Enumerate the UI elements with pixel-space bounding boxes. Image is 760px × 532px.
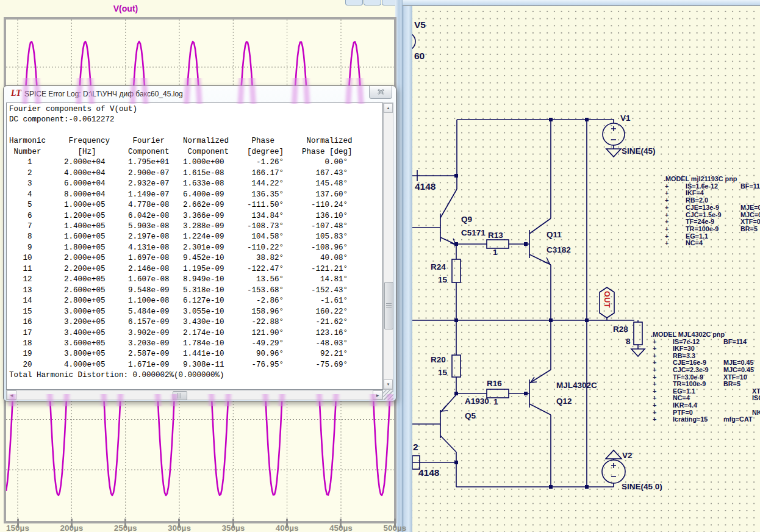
window-restore-button[interactable]: [364, 0, 381, 5]
label-q5[interactable]: Q5: [465, 411, 476, 420]
model-param: IKF=4: [686, 189, 704, 196]
dialog-title: SPICE Error Log: D:\LT\УНЧ диф бакс60_45…: [24, 90, 183, 98]
model-param: MJC=0.45: [740, 211, 760, 218]
label-diode-4148-bottom[interactable]: 4148: [418, 467, 439, 478]
model-param: RB=3.3: [673, 352, 695, 359]
hscroll-thumb[interactable]: [173, 391, 187, 400]
x-axis-label: 400µs: [268, 523, 307, 532]
label-q9-type[interactable]: C5171: [461, 228, 486, 237]
model-continuation-plus: +: [653, 338, 656, 345]
label-mjl4302c[interactable]: MJL4302C: [556, 381, 597, 390]
scroll-right-button[interactable]: ▶: [373, 390, 382, 400]
model-param: CJC=1.5e-9: [686, 211, 722, 218]
window-divider: [395, 0, 412, 532]
model-continuation-plus: +: [653, 345, 656, 352]
model-param: MJE=0.45: [723, 359, 754, 366]
model-param: NC=4: [686, 239, 703, 246]
model-param: TR=100e-9: [673, 380, 706, 387]
schematic-window-frame-top: [403, 0, 760, 6]
model-continuation-plus: +: [665, 182, 669, 190]
x-axis-label: 250µs: [106, 523, 145, 532]
model-param: TF=24e-9: [686, 218, 714, 225]
model-continuation-plus: +: [653, 380, 656, 387]
label-v1-sine[interactable]: SINE(45): [622, 146, 656, 156]
scroll-down-button[interactable]: ▼: [384, 379, 393, 389]
label-r16-value[interactable]: 1: [493, 397, 498, 406]
label-v2-sine[interactable]: SINE(45 0): [622, 482, 662, 491]
trace-legend-vout[interactable]: V(out): [96, 4, 155, 13]
x-axis-label: 350µs: [213, 523, 253, 532]
model-param: EG=1.1: [673, 387, 695, 395]
spice-error-log-dialog: LT SPICE Error Log: D:\LT\УНЧ диф бакс60…: [3, 85, 396, 401]
model-continuation-plus: +: [665, 196, 669, 204]
model-param: MJE=0.45: [740, 204, 760, 211]
model-param: CJE=13e-9: [686, 204, 719, 211]
resize-grip[interactable]: [383, 390, 393, 400]
label-q11[interactable]: Q11: [547, 230, 562, 239]
model-continuation-plus: +: [653, 352, 656, 359]
scroll-up-button[interactable]: ▲: [384, 103, 393, 113]
model-continuation-plus: +: [665, 239, 669, 246]
model-continuation-plus: +: [665, 225, 669, 232]
model-param: TR=100e-9: [686, 225, 719, 232]
model-continuation-plus: +: [665, 218, 669, 225]
label-r24-value[interactable]: 15: [438, 275, 447, 284]
model-param: BF=115: [740, 182, 760, 190]
model-continuation-plus: +: [653, 359, 656, 366]
model-continuation-plus: +: [653, 394, 656, 401]
label-r28[interactable]: R28: [613, 325, 628, 334]
label-v2[interactable]: V2: [622, 451, 633, 460]
out-port-label[interactable]: OUT: [603, 287, 611, 312]
label-v1[interactable]: V1: [620, 113, 631, 123]
x-axis-label: 300µs: [160, 523, 199, 532]
model-continuation-plus: +: [665, 211, 669, 218]
model-continuation-plus: +: [665, 232, 669, 240]
schematic-labels: V560V1SINE(45)4148Q9C5171R131Q11C3182R24…: [412, 6, 760, 532]
label-q12[interactable]: Q12: [556, 397, 572, 406]
label-diode-4148-top[interactable]: 4148: [415, 181, 436, 192]
label-q9[interactable]: Q9: [461, 215, 472, 224]
label-r13[interactable]: R13: [488, 231, 503, 240]
schematic-canvas[interactable]: V560V1SINE(45)4148Q9C5171R131Q11C3182R24…: [412, 6, 760, 532]
model-mjl21193c-header[interactable]: .MODEL mjl21193C pnp: [664, 175, 737, 182]
label-r20-value[interactable]: 15: [438, 368, 447, 377]
label-v5[interactable]: V5: [414, 20, 426, 31]
close-button[interactable]: [369, 86, 392, 99]
model-param: IKF=30: [673, 345, 695, 352]
model-param: BR=5: [723, 380, 740, 387]
model-param: IS=1.6e-12: [686, 182, 718, 190]
model-continuation-plus: +: [653, 373, 656, 381]
label-r24[interactable]: R24: [431, 262, 446, 271]
x-axis-label: 450µs: [321, 523, 360, 532]
model-param: NC=4: [673, 394, 690, 401]
label-a1930[interactable]: A1930: [465, 397, 489, 406]
x-axis-label: 200µs: [52, 523, 91, 532]
model-continuation-plus: +: [653, 387, 656, 395]
label-q11-type[interactable]: C3182: [547, 245, 571, 254]
log-text: Fourier components of V(out) DC componen…: [6, 102, 383, 390]
model-param: XTF=10: [723, 373, 747, 381]
model-param: CJC=2.3e-9: [673, 366, 709, 373]
label-r28-value[interactable]: 8: [626, 337, 631, 346]
model-param: RB=2.0: [686, 196, 708, 204]
model-param: BF=114: [723, 338, 747, 345]
window-minimize-button[interactable]: [345, 0, 363, 5]
label-cut-2[interactable]: 2: [413, 442, 418, 453]
ltspice-logo-icon: LT: [11, 88, 21, 98]
model-param: Icrating=15: [673, 415, 708, 423]
model-param: EG=1.1: [686, 232, 708, 240]
model-param: IS=7e-12: [673, 338, 700, 345]
close-icon: [377, 89, 385, 95]
model-mjl4302c-header[interactable]: .MODEL MJL4302C pnp: [651, 331, 725, 338]
model-param: MJC=0.45: [723, 366, 754, 373]
label-r13-value[interactable]: 1: [493, 248, 498, 257]
label-v5-value[interactable]: 60: [414, 51, 425, 62]
horizontal-scrollbar[interactable]: ◀ ▶: [6, 390, 383, 400]
scroll-left-button[interactable]: ◀: [7, 390, 16, 400]
vertical-scrollbar[interactable]: ▲ ▼: [383, 102, 393, 390]
model-param: NK: [752, 409, 760, 416]
label-r20[interactable]: R20: [431, 355, 446, 364]
label-r16[interactable]: R16: [487, 379, 502, 388]
vscroll-thumb[interactable]: [384, 282, 393, 329]
model-continuation-plus: +: [665, 204, 669, 211]
